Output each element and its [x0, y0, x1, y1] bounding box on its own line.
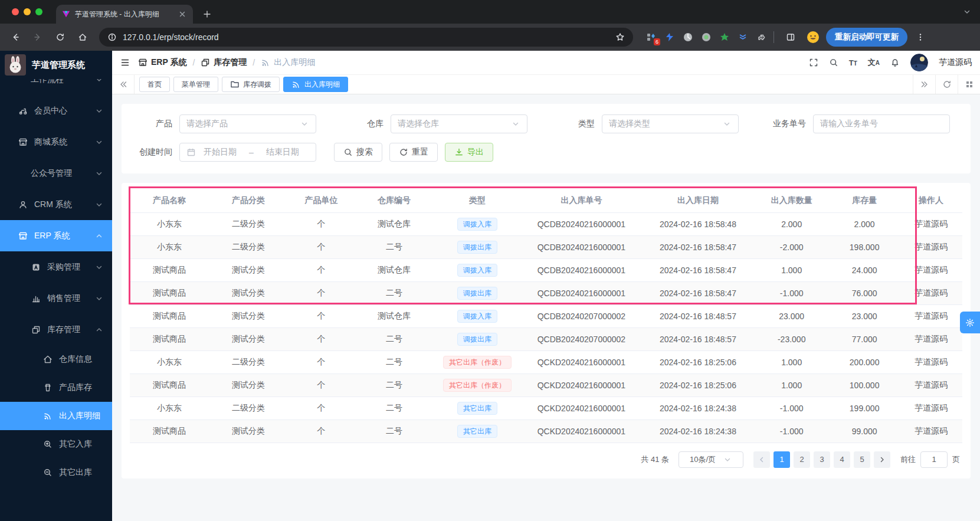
cell-product-category: 测试分类: [209, 420, 288, 443]
settings-drawer-button[interactable]: [960, 312, 980, 333]
cell-stock: 198.000: [829, 235, 900, 258]
page-tab[interactable]: 首页: [139, 77, 170, 92]
date-range-picker[interactable]: 开始日期 – 结束日期: [179, 143, 316, 162]
extensions-puzzle-icon[interactable]: [756, 32, 766, 42]
cell-date: 2024-02-16 18:58:47: [642, 258, 754, 281]
url-text[interactable]: 127.0.0.1/erp/stock/record: [123, 32, 609, 42]
browser-update-button[interactable]: 重新启动即可更新: [826, 28, 907, 47]
tabs-scroll-right-icon[interactable]: [913, 75, 935, 94]
extension-icon[interactable]: [719, 32, 730, 42]
zoom-window-button[interactable]: [35, 8, 42, 15]
sidebar-item[interactable]: 仓库信息: [0, 345, 112, 373]
page-number-button[interactable]: 3: [814, 451, 830, 468]
sidebar-item[interactable]: 产品库存: [0, 373, 112, 402]
cell-product-name: 测试商品: [130, 373, 209, 397]
sidebar-item[interactable]: 公众号管理: [0, 158, 112, 189]
back-button[interactable]: [6, 28, 25, 47]
type-select-placeholder: 请选择类型: [609, 119, 717, 129]
export-button[interactable]: 导出: [445, 143, 493, 162]
minimize-window-button[interactable]: [24, 8, 31, 15]
sidebar-item[interactable]: 商城系统: [0, 126, 112, 158]
refresh-page-icon[interactable]: [935, 75, 958, 94]
cell-type: 调拨出库: [434, 281, 521, 304]
sidebar-item[interactable]: 销售管理: [0, 283, 112, 314]
reset-button[interactable]: 重置: [389, 143, 438, 162]
breadcrumb-item[interactable]: 库存管理: [201, 57, 247, 68]
tabs-menu-grid-icon[interactable]: [958, 75, 980, 94]
sidebar-item[interactable]: 会员中心: [0, 95, 112, 126]
username-label[interactable]: 芋道源码: [939, 57, 972, 68]
sidebar-item[interactable]: 工作流程: [0, 79, 112, 95]
extension-icon[interactable]: [664, 32, 675, 42]
font-size-icon[interactable]: TT: [849, 58, 857, 67]
app-logo[interactable]: 芋道管理系统: [0, 51, 112, 79]
page-number-button[interactable]: 2: [794, 451, 810, 468]
tab-close-icon[interactable]: [178, 9, 187, 19]
cell-product-name: 测试商品: [130, 327, 209, 350]
warehouse-select[interactable]: 请选择仓库: [391, 114, 527, 133]
sidebar-item[interactable]: 其它出库: [0, 458, 112, 487]
cell-product-unit: 个: [288, 281, 355, 304]
cell-product-category: 二级分类: [209, 350, 288, 373]
sidebar-item[interactable]: 库存管理: [0, 314, 112, 345]
page-number-button[interactable]: 1: [773, 451, 790, 468]
sidebar-item[interactable]: 其它入库: [0, 430, 112, 458]
page-size-select[interactable]: 10条/页: [679, 451, 743, 468]
sidebar-item[interactable]: ERP 系统: [0, 220, 112, 251]
page-number-button[interactable]: 5: [854, 451, 870, 468]
profile-avatar-icon[interactable]: [804, 28, 822, 47]
app-header: ERP 系统/库存管理/出入库明细 TT 文A 芋道源码: [112, 51, 980, 74]
search-icon[interactable]: [829, 58, 838, 67]
search-button[interactable]: 搜索: [334, 143, 382, 162]
page-tab[interactable]: 菜单管理: [173, 77, 218, 92]
tabs-scroll-left-icon[interactable]: [112, 75, 135, 94]
bookmark-star-icon[interactable]: [615, 32, 625, 42]
browser-tab[interactable]: 芋道管理系统 - 出入库明细: [56, 5, 193, 24]
side-panel-icon[interactable]: [781, 28, 800, 47]
forward-button[interactable]: [28, 28, 47, 47]
breadcrumb-item[interactable]: 出入库明细: [261, 57, 315, 68]
cell-order-no: QCDB20240207000002: [521, 327, 642, 350]
cell-quantity: 1.000: [754, 350, 829, 373]
extension-icon[interactable]: [701, 32, 712, 42]
cell-date: 2024-02-16 18:24:38: [642, 420, 754, 443]
notification-bell-icon[interactable]: [890, 58, 900, 67]
reload-button[interactable]: [51, 28, 70, 47]
page-number-button[interactable]: 4: [834, 451, 850, 468]
chevron-down-icon: [94, 200, 104, 209]
extension-icon[interactable]: [738, 32, 748, 42]
cell-product-name: 测试商品: [130, 420, 209, 443]
sidebar-item[interactable]: 采购管理: [0, 251, 112, 283]
app-title: 芋道管理系统: [32, 60, 85, 71]
sidebar-item[interactable]: 出入库明细: [0, 402, 112, 430]
cell-date: 2024-02-16 18:58:47: [642, 235, 754, 258]
type-select[interactable]: 请选择类型: [602, 114, 739, 133]
fullscreen-icon[interactable]: [809, 58, 818, 67]
breadcrumb-item[interactable]: ERP 系统: [138, 57, 186, 68]
page-tab[interactable]: 库存调拨: [222, 77, 280, 92]
user-avatar[interactable]: [910, 54, 928, 71]
chevron-down-icon[interactable]: [962, 7, 972, 17]
breadcrumb-separator: /: [253, 58, 255, 67]
sidebar-item[interactable]: CRM 系统: [0, 189, 112, 220]
sidebar-item-label: CRM 系统: [34, 199, 72, 210]
collapse-sidebar-icon[interactable]: [120, 58, 130, 67]
chevron-down-icon: [723, 455, 732, 464]
home-button[interactable]: [73, 28, 92, 47]
next-page-button[interactable]: [874, 451, 890, 468]
translate-icon[interactable]: 文A: [868, 57, 880, 68]
biz-no-input[interactable]: 请输入业务单号: [813, 114, 950, 133]
cell-warehouse-no: 测试仓库: [355, 212, 434, 235]
page-tab[interactable]: 出入库明细: [283, 77, 348, 92]
new-tab-button[interactable]: [199, 6, 215, 22]
site-info-icon[interactable]: [107, 32, 117, 42]
goto-page-input[interactable]: [920, 451, 948, 468]
browser-menu-icon[interactable]: [911, 28, 930, 47]
address-bar[interactable]: 127.0.0.1/erp/stock/record: [99, 28, 633, 47]
extension-icon[interactable]: [683, 32, 693, 42]
product-select[interactable]: 请选择产品: [179, 114, 316, 133]
prev-page-button[interactable]: [753, 451, 770, 468]
warehouse-select-placeholder: 请选择仓库: [398, 119, 506, 129]
extension-icon[interactable]: 6: [646, 32, 657, 42]
close-window-button[interactable]: [12, 8, 19, 15]
